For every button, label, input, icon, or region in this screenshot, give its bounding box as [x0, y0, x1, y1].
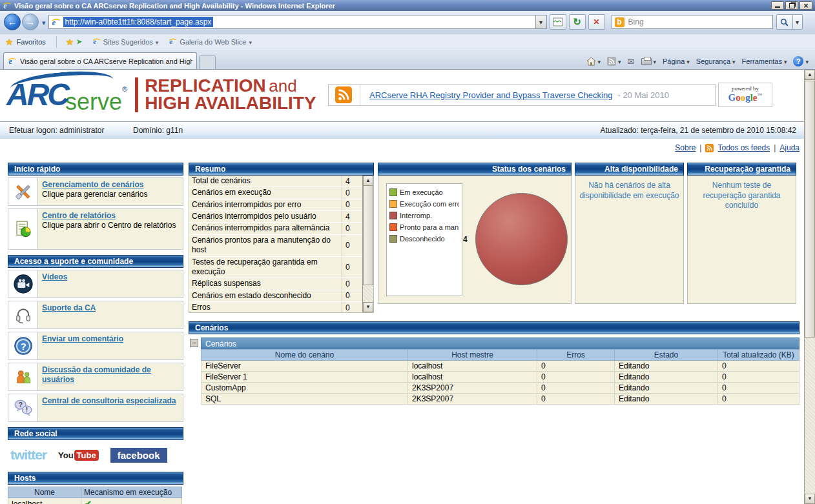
- restore-button[interactable]: [785, 1, 798, 10]
- sidebar-link[interactable]: Suporte da CA: [42, 303, 96, 312]
- sidebar-item[interactable]: Discussão da comunidade de usuários: [8, 363, 183, 391]
- rss-icon: [705, 144, 714, 152]
- sidebar-link[interactable]: Centro de relatórios: [42, 211, 116, 220]
- safety-menu-button[interactable]: Segurança: [696, 57, 736, 65]
- registered-mark: ®: [122, 85, 127, 93]
- domain-info: Domínio: g11n: [133, 126, 183, 135]
- scenario-row[interactable]: CustomApp2K3SP20070Editando0: [201, 383, 800, 394]
- sidebar-link[interactable]: Discussão da comunidade de usuários: [42, 365, 151, 384]
- scroll-down-button[interactable]: ▼: [805, 494, 815, 504]
- scrollbar-thumb[interactable]: [363, 186, 373, 285]
- page-scrollbar: ▲ ▼: [804, 70, 815, 504]
- search-button[interactable]: [776, 14, 793, 30]
- summary-label: Cenários em execução: [189, 187, 342, 198]
- rss-icon: [335, 86, 352, 103]
- tab-arcserve-overview[interactable]: e Visão geral sobre o CA ARCserve Replic…: [3, 52, 197, 69]
- news-feed-box: ARCserve RHA Registry Provider and Bypas…: [328, 84, 716, 106]
- favorites-button[interactable]: Favoritos: [0, 37, 52, 47]
- scenario-cell: Editando: [615, 394, 718, 405]
- history-dropdown[interactable]: [42, 16, 46, 28]
- legend-swatch: [389, 188, 397, 196]
- sidebar-item[interactable]: ?Enviar um comentário: [8, 332, 183, 360]
- compatibility-view-button[interactable]: [550, 14, 566, 30]
- suggested-sites-button[interactable]: e Sites Sugeridos: [87, 37, 164, 46]
- tab-title: Visão geral sobre o CA ARCserve Replicat…: [20, 57, 192, 65]
- summary-row: Cenários interrompidos pelo usuário4: [189, 211, 362, 223]
- separator: [360, 85, 360, 105]
- tools-menu-button[interactable]: Ferramentas: [742, 57, 787, 65]
- feed-headline-link[interactable]: ARCserve RHA Registry Provider and Bypas…: [369, 90, 612, 100]
- host-name: localhost: [8, 498, 81, 504]
- social-links: twitter YouTube facebook: [8, 442, 183, 472]
- help-button[interactable]: ?: [793, 56, 809, 66]
- facebook-logo[interactable]: facebook: [110, 448, 167, 463]
- scrollbar-thumb[interactable]: [805, 81, 815, 338]
- hosts-header: Hosts: [8, 472, 183, 485]
- sidebar-link[interactable]: Enviar um comentário: [42, 334, 123, 343]
- sidebar-item[interactable]: Centro de relatóriosClique para abrir o …: [8, 208, 183, 250]
- scenario-cell: 0: [537, 383, 615, 394]
- home-button[interactable]: [586, 57, 601, 66]
- sidebar-item[interactable]: Vídeos: [8, 270, 183, 298]
- chevron-down-icon: [598, 57, 601, 65]
- sidebar-item[interactable]: Suporte da CA: [8, 301, 183, 329]
- chevron-down-icon: [249, 38, 252, 46]
- headset-icon: [8, 301, 38, 328]
- search-options-dropdown[interactable]: [793, 14, 803, 30]
- scenarios-header: Cenários: [189, 321, 800, 334]
- scenarios-group-bar[interactable]: Cenários: [201, 338, 800, 349]
- read-mail-button[interactable]: ✉: [628, 57, 635, 66]
- sidebar-item[interactable]: Gerenciamento de cenáriosClique para ger…: [8, 177, 183, 206]
- scenario-cell: 0: [537, 394, 615, 405]
- close-button[interactable]: [800, 1, 812, 10]
- new-tab-button[interactable]: [199, 55, 216, 69]
- sidebar-link[interactable]: Gerenciamento de cenários: [42, 180, 143, 189]
- summary-value: 4: [342, 176, 362, 186]
- summary-label: Cenários prontos para a manutenção do ho…: [189, 235, 342, 256]
- print-button[interactable]: [641, 57, 657, 65]
- back-button[interactable]: [4, 14, 21, 30]
- scroll-down-button[interactable]: ▼: [363, 302, 373, 312]
- logo-arc-text: ARC: [6, 79, 68, 110]
- minimize-button[interactable]: [771, 1, 784, 10]
- scenarios-panel: Cenários Cenários Nome do cenárioHost me…: [189, 321, 800, 405]
- scenario-cell: 2K3SP2007: [408, 394, 537, 405]
- add-favorite-button[interactable]: ➤: [61, 37, 87, 47]
- host-engine-status: ✔: [81, 498, 182, 504]
- page-menu-button[interactable]: Página: [663, 57, 690, 65]
- about-link[interactable]: Sobre: [675, 143, 696, 152]
- scenario-cell: CustomApp: [201, 383, 408, 394]
- scenario-row[interactable]: FileServer 1localhost0Editando0: [201, 372, 800, 383]
- sidebar-link[interactable]: Central de consultoria especializada: [42, 396, 176, 405]
- summary-row: Réplicas suspensas0: [189, 278, 362, 290]
- sidebar-item[interactable]: ?!Central de consultoria especializada: [8, 394, 183, 422]
- address-bar[interactable]: e http://win-a0bte1tt1fi:8088/start_page…: [48, 15, 547, 29]
- youtube-logo[interactable]: YouTube: [58, 449, 99, 461]
- address-dropdown[interactable]: [535, 15, 546, 28]
- logo-divider: [135, 77, 138, 112]
- stop-button[interactable]: [588, 14, 605, 30]
- scenario-row[interactable]: FileServerlocalhost0Editando0: [201, 361, 800, 372]
- updated-timestamp: Atualizado: terça-feira, 21 de setembro …: [600, 126, 796, 135]
- scenario-cell: 0: [537, 361, 615, 372]
- all-feeds-link[interactable]: Todos os feeds: [717, 143, 770, 152]
- summary-row: Cenários em execução0: [189, 187, 362, 199]
- scenario-row[interactable]: SQL2K3SP20070Editando0: [201, 394, 800, 405]
- collapse-group-button[interactable]: [190, 339, 198, 347]
- feeds-button[interactable]: [607, 57, 621, 66]
- scroll-up-button[interactable]: ▲: [363, 176, 373, 186]
- summary-value: 0: [342, 278, 362, 289]
- summary-label: Réplicas suspensas: [189, 278, 342, 289]
- refresh-button[interactable]: [569, 14, 586, 30]
- search-box[interactable]: b Bing: [612, 15, 773, 29]
- address-text[interactable]: http://win-a0bte1tt1fi:8088/start_page.a…: [63, 17, 214, 27]
- web-slice-gallery-button[interactable]: e Galeria do Web Slice: [163, 37, 257, 46]
- scenarios-column-header: Erros: [537, 350, 615, 361]
- scroll-up-button[interactable]: ▲: [805, 70, 815, 80]
- help-link[interactable]: Ajuda: [779, 143, 800, 152]
- chevron-down-icon: [784, 57, 787, 65]
- sidebar-link[interactable]: Vídeos: [42, 272, 67, 281]
- twitter-logo[interactable]: twitter: [10, 447, 46, 463]
- summary-scrollbar: ▲ ▼: [362, 176, 373, 312]
- forward-button[interactable]: [22, 14, 39, 30]
